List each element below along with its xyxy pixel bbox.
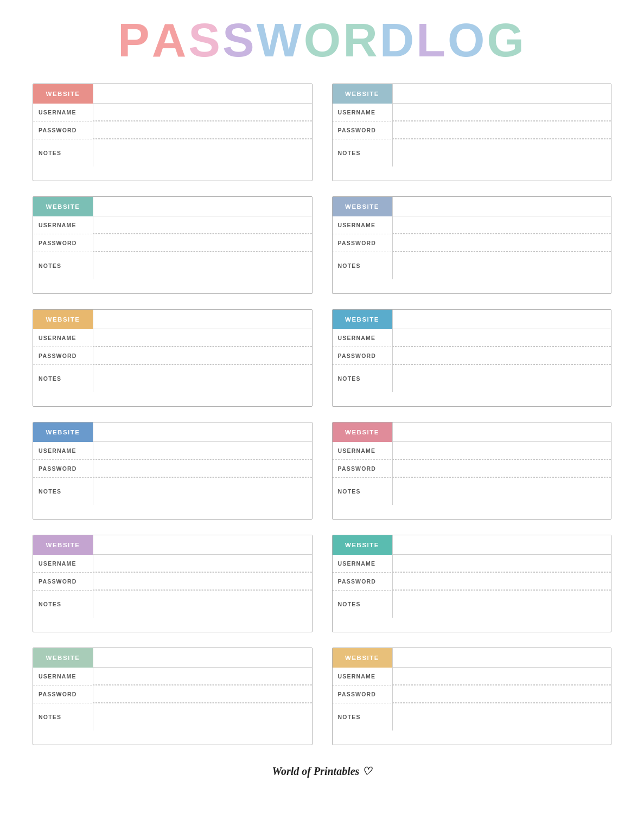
password-label-8: PASSWORD bbox=[333, 463, 392, 474]
website-value-1[interactable] bbox=[93, 84, 312, 104]
cards-grid: WEBSITE USERNAME PASSWORD NOTES WEBSITE … bbox=[33, 84, 611, 745]
username-value-10[interactable] bbox=[392, 555, 611, 572]
password-label-1: PASSWORD bbox=[33, 125, 93, 136]
card-11: WEBSITE USERNAME PASSWORD NOTES bbox=[33, 648, 313, 745]
card-2: WEBSITE USERNAME PASSWORD NOTES bbox=[332, 84, 612, 181]
footer-text: World of Printables ♡ bbox=[272, 765, 372, 778]
username-label-6: USERNAME bbox=[333, 332, 392, 343]
password-value-1[interactable] bbox=[93, 121, 312, 139]
password-value-6[interactable] bbox=[392, 347, 611, 364]
password-label-10: PASSWORD bbox=[333, 576, 392, 587]
password-label-4: PASSWORD bbox=[333, 238, 392, 248]
website-value-4[interactable] bbox=[392, 197, 611, 216]
website-value-7[interactable] bbox=[93, 422, 312, 442]
password-value-2[interactable] bbox=[392, 121, 611, 139]
notes-label-3: NOTES bbox=[33, 260, 93, 271]
username-value-1[interactable] bbox=[93, 104, 312, 121]
notes-label-5: NOTES bbox=[33, 373, 93, 384]
username-value-11[interactable] bbox=[93, 668, 312, 685]
card-1: WEBSITE USERNAME PASSWORD NOTES bbox=[33, 84, 313, 181]
password-label-6: PASSWORD bbox=[333, 350, 392, 361]
website-label-12: WEBSITE bbox=[333, 648, 392, 668]
username-label-4: USERNAME bbox=[333, 220, 392, 230]
username-label-12: USERNAME bbox=[333, 671, 392, 682]
website-label-6: WEBSITE bbox=[333, 310, 392, 329]
username-value-8[interactable] bbox=[392, 442, 611, 459]
website-label-1: WEBSITE bbox=[33, 84, 93, 104]
website-value-11[interactable] bbox=[93, 648, 312, 668]
username-value-3[interactable] bbox=[93, 216, 312, 234]
password-label-9: PASSWORD bbox=[33, 576, 93, 587]
password-value-9[interactable] bbox=[93, 573, 312, 590]
password-label-12: PASSWORD bbox=[333, 689, 392, 700]
username-label-10: USERNAME bbox=[333, 558, 392, 569]
username-label-9: USERNAME bbox=[33, 558, 93, 569]
password-label-11: PASSWORD bbox=[33, 689, 93, 700]
website-label-5: WEBSITE bbox=[33, 310, 93, 329]
username-value-2[interactable] bbox=[392, 104, 611, 121]
password-value-11[interactable] bbox=[93, 685, 312, 703]
card-5: WEBSITE USERNAME PASSWORD NOTES bbox=[33, 309, 313, 407]
notes-value-8[interactable] bbox=[392, 478, 611, 505]
username-label-7: USERNAME bbox=[33, 445, 93, 456]
password-value-8[interactable] bbox=[392, 460, 611, 477]
notes-value-4[interactable] bbox=[392, 252, 611, 279]
password-value-4[interactable] bbox=[392, 234, 611, 252]
username-label-3: USERNAME bbox=[33, 220, 93, 230]
username-label-2: USERNAME bbox=[333, 107, 392, 118]
website-value-6[interactable] bbox=[392, 310, 611, 329]
website-value-5[interactable] bbox=[93, 310, 312, 329]
notes-label-4: NOTES bbox=[333, 260, 392, 271]
notes-label-8: NOTES bbox=[333, 486, 392, 497]
notes-value-7[interactable] bbox=[93, 478, 312, 505]
card-9: WEBSITE USERNAME PASSWORD NOTES bbox=[33, 535, 313, 632]
username-label-5: USERNAME bbox=[33, 332, 93, 343]
website-value-9[interactable] bbox=[93, 535, 312, 555]
password-label-2: PASSWORD bbox=[333, 125, 392, 136]
password-label-7: PASSWORD bbox=[33, 463, 93, 474]
password-label-3: PASSWORD bbox=[33, 238, 93, 248]
password-value-12[interactable] bbox=[392, 685, 611, 703]
username-label-8: USERNAME bbox=[333, 445, 392, 456]
password-value-3[interactable] bbox=[93, 234, 312, 252]
password-value-10[interactable] bbox=[392, 573, 611, 590]
website-value-10[interactable] bbox=[392, 535, 611, 555]
card-10: WEBSITE USERNAME PASSWORD NOTES bbox=[332, 535, 612, 632]
website-value-3[interactable] bbox=[93, 197, 312, 216]
notes-label-7: NOTES bbox=[33, 486, 93, 497]
username-value-7[interactable] bbox=[93, 442, 312, 459]
notes-label-11: NOTES bbox=[33, 712, 93, 722]
website-label-7: WEBSITE bbox=[33, 422, 93, 442]
website-label-2: WEBSITE bbox=[333, 84, 392, 104]
notes-value-3[interactable] bbox=[93, 252, 312, 279]
notes-value-2[interactable] bbox=[392, 139, 611, 166]
username-value-9[interactable] bbox=[93, 555, 312, 572]
notes-label-6: NOTES bbox=[333, 373, 392, 384]
password-value-7[interactable] bbox=[93, 460, 312, 477]
card-6: WEBSITE USERNAME PASSWORD NOTES bbox=[332, 309, 612, 407]
username-label-11: USERNAME bbox=[33, 671, 93, 682]
username-value-6[interactable] bbox=[392, 329, 611, 347]
notes-value-12[interactable] bbox=[392, 703, 611, 731]
website-value-12[interactable] bbox=[392, 648, 611, 668]
username-value-4[interactable] bbox=[392, 216, 611, 234]
card-4: WEBSITE USERNAME PASSWORD NOTES bbox=[332, 196, 612, 294]
website-label-4: WEBSITE bbox=[333, 197, 392, 216]
username-value-12[interactable] bbox=[392, 668, 611, 685]
card-8: WEBSITE USERNAME PASSWORD NOTES bbox=[332, 422, 612, 520]
notes-value-1[interactable] bbox=[93, 139, 312, 166]
notes-label-10: NOTES bbox=[333, 599, 392, 610]
password-value-5[interactable] bbox=[93, 347, 312, 364]
notes-value-11[interactable] bbox=[93, 703, 312, 731]
username-value-5[interactable] bbox=[93, 329, 312, 347]
notes-value-9[interactable] bbox=[93, 591, 312, 618]
notes-label-2: NOTES bbox=[333, 148, 392, 158]
notes-value-5[interactable] bbox=[93, 365, 312, 392]
card-7: WEBSITE USERNAME PASSWORD NOTES bbox=[33, 422, 313, 520]
website-value-8[interactable] bbox=[392, 422, 611, 442]
website-value-2[interactable] bbox=[392, 84, 611, 104]
notes-value-10[interactable] bbox=[392, 591, 611, 618]
notes-value-6[interactable] bbox=[392, 365, 611, 392]
notes-label-1: NOTES bbox=[33, 148, 93, 158]
password-label-5: PASSWORD bbox=[33, 350, 93, 361]
